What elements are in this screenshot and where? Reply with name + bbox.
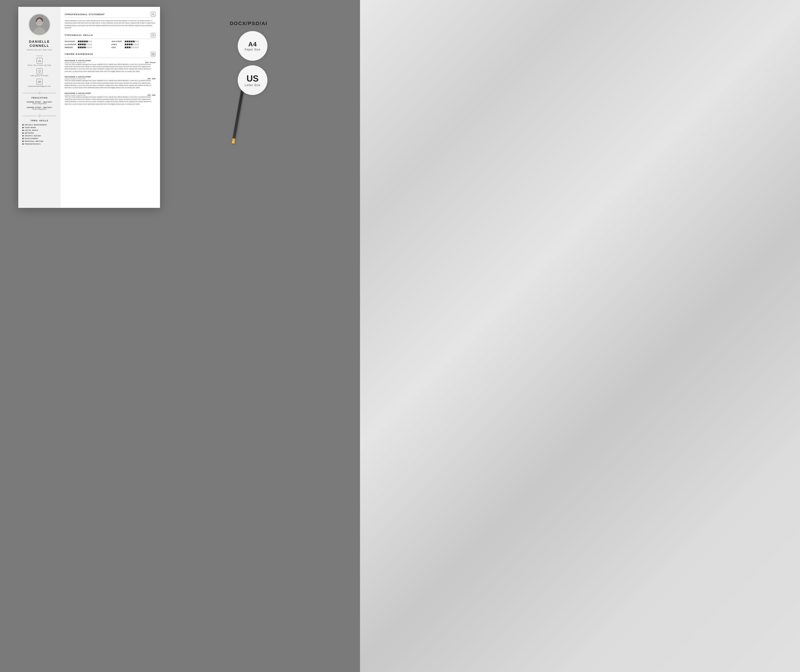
job-body-1: There are many variations passage lorem … (65, 63, 156, 73)
dot (135, 41, 137, 42)
badges-area: DOCX/PSD/AI A4 Paper Size US Letter Size (169, 7, 268, 95)
dot (129, 44, 130, 45)
skill-illustrator: ILLUSTRATOR (65, 44, 109, 45)
edu-course-2: COURSE STUDY – MAY/2017 (27, 107, 52, 108)
ts-title: //TECHNICAL SKILLS (65, 34, 93, 36)
skill-bullet (22, 133, 24, 134)
we-header: //WORK EXPERIENCE (65, 52, 156, 58)
skill-bullet (22, 127, 24, 128)
skill-item-7: PROPOSAL WRITING (22, 141, 56, 142)
dot (137, 44, 139, 45)
skill-bullet (22, 124, 24, 125)
email-icon (37, 79, 43, 85)
dot (131, 41, 133, 42)
html5-dots (125, 44, 139, 45)
photoshop-dots (78, 41, 92, 42)
dot (86, 46, 88, 48)
job-body-3: There are many variations passage lorem … (65, 96, 156, 106)
job-date-1: 2017 - Present (145, 62, 156, 63)
resume-wrapper: DANIELLE CONNELL FREELANCER WRITER Stree… (5, 7, 268, 208)
ts-header: //TECHNICAL SKILLS (65, 33, 156, 39)
dot (90, 46, 92, 48)
job-title-1: DESIGNER & DEVELOPER (65, 59, 156, 62)
education-title: //EDUCATION (31, 97, 48, 99)
dot (80, 46, 82, 48)
dot (78, 41, 80, 42)
svg-rect-5 (38, 81, 41, 83)
professional-statement-section: //PROFESSIONAL STATEMENT suffered altera… (65, 12, 156, 29)
job-3: DESIGNER & DEVELOPER Creative Company | … (65, 92, 156, 106)
job-date-2: 2017 - 2018 (147, 78, 156, 80)
email-text: luisebranlaramail@gmail.com (28, 85, 51, 87)
edu-course-1: COURSE STUDY – MAY/2017 (27, 101, 52, 103)
a4-sub: Paper Size (245, 48, 261, 51)
edu-item-1: COURSE STUDY – MAY/2017 School College N… (27, 101, 52, 104)
skill-javascript: JAVA SCRIPT (112, 41, 156, 42)
job-2: DESIGNER & DEVELOPER Creative Company | … (65, 76, 156, 89)
address-contact: Street, City, Country, Zip Code (22, 58, 56, 66)
dot (135, 46, 137, 48)
person-title: FREELANCER WRITER (27, 49, 52, 51)
email-contact: luisebranlaramail@gmail.com (22, 79, 56, 87)
dot (80, 41, 82, 42)
dot (125, 44, 127, 45)
dot (127, 41, 128, 42)
dot (129, 41, 130, 42)
svg-point-6 (153, 13, 154, 14)
skill-css3: CSS3 (112, 46, 156, 48)
job-meta-3: Creative Company | America USA. 2017 - 2… (65, 94, 156, 96)
a4-badge: A4 Paper Size (238, 31, 268, 61)
us-sub: Letter Size (245, 83, 260, 87)
dot (133, 46, 135, 48)
skill-item-2: TEAM WORK (22, 127, 56, 128)
dot (127, 44, 128, 45)
dot (78, 46, 80, 48)
skill-bullet (22, 141, 24, 142)
skill-indesign: INDESIGN (65, 46, 109, 48)
dot (133, 41, 135, 42)
we-title: //WORK EXPERIENCE (65, 53, 93, 55)
home-icon (37, 58, 43, 64)
phone-contact: +060-0(875)-7575-6997 (22, 68, 56, 77)
dot (80, 44, 82, 45)
job-meta-2: Creative Company | America USA. 2017 - 2… (65, 78, 156, 80)
edu-school-2: School College Name (27, 108, 52, 110)
person-name: DANIELLE CONNELL (29, 40, 50, 48)
dot (90, 41, 92, 42)
edu-item-2: COURSE STUDY – MAY/2017 School College N… (27, 107, 52, 110)
diamond-divider-2 (22, 115, 56, 117)
job-title-2: DESIGNER & DEVELOPER (65, 76, 156, 78)
diamond-divider-1 (22, 92, 56, 94)
job-1: DESIGNER & DEVELOPER Creative Company | … (65, 59, 156, 73)
person-icon (151, 12, 156, 16)
dot (131, 46, 133, 48)
us-main: US (247, 74, 259, 83)
dot (84, 46, 86, 48)
ps-body: suffered alteration in some form outest … (65, 20, 156, 29)
dot (88, 44, 90, 45)
us-badge: US Letter Size (238, 65, 268, 95)
ps-header: //PROFESSIONAL STATEMENT (65, 12, 156, 18)
skill-bullet (22, 135, 24, 136)
dot (127, 46, 128, 48)
phone-text: +060-0(875)-7575-6997 (30, 75, 48, 77)
job-title-3: DESIGNER & DEVELOPER (65, 92, 156, 94)
format-label: DOCX/PSD/AI (230, 21, 268, 27)
svg-rect-8 (152, 54, 154, 55)
edu-school-1: School College Name (27, 103, 52, 104)
ps-title: //PROFESSIONAL STATEMENT (65, 13, 105, 16)
skill-item-1: PROJECT MANAGEMENT (22, 124, 56, 126)
skill-item-8: PRESENTATION'S (22, 143, 56, 145)
indesign-dots (78, 46, 92, 48)
job-company-3: Creative Company | America USA. (65, 94, 86, 96)
divider (36, 56, 43, 56)
a4-main: A4 (248, 41, 257, 48)
skill-bullet (22, 130, 24, 131)
dot (82, 46, 83, 48)
dot (129, 46, 130, 48)
dot (133, 44, 135, 45)
dot (84, 41, 86, 42)
pro-skills-list: PROJECT MANAGEMENT TEAM WORK SOCIAL MEDI… (22, 124, 56, 146)
dot (82, 41, 83, 42)
phone-icon (37, 68, 43, 74)
